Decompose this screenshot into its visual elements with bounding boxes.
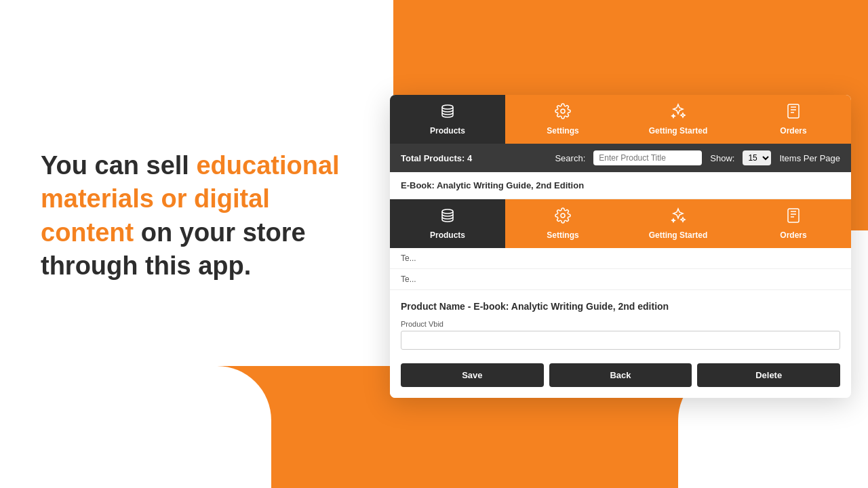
product-row[interactable]: E-Book: Analytic Writing Guide, 2nd Edit… — [390, 172, 851, 199]
svg-rect-5 — [788, 209, 799, 222]
app-window: Products Settings Getting Started — [390, 95, 851, 398]
per-page-label: Items Per Page — [779, 153, 840, 163]
edit-form: Product Name - E-book: Analytic Writing … — [390, 290, 851, 398]
edit-form-title: Product Name - E-book: Analytic Writing … — [401, 301, 840, 312]
nav2-products[interactable]: Products — [390, 199, 505, 248]
detail-text-2: Te... — [401, 274, 416, 284]
nav2-orders-label: Orders — [780, 230, 806, 240]
sparkles-icon — [670, 103, 686, 123]
nav2-getting-started[interactable]: Getting Started — [620, 199, 736, 248]
total-products: Total Products: 4 — [401, 153, 472, 163]
database-icon — [439, 103, 456, 123]
white-bottom-left-curve — [0, 366, 271, 488]
marketing-heading: You can sell educational materials or di… — [41, 149, 366, 283]
svg-point-4 — [561, 214, 565, 218]
gear-icon — [555, 103, 571, 123]
vbid-input[interactable] — [401, 331, 840, 350]
form-buttons: Save Back Delete — [401, 363, 840, 387]
svg-point-1 — [561, 109, 565, 113]
svg-rect-2 — [788, 104, 799, 118]
nav2-products-label: Products — [430, 230, 465, 240]
sparkles-icon-2 — [670, 207, 686, 228]
nav-orders-label: Orders — [780, 126, 806, 136]
save-button[interactable]: Save — [401, 363, 544, 387]
detail-row-1: Te... — [390, 248, 851, 269]
detail-text-1: Te... — [401, 253, 416, 263]
product-title: E-Book: Analytic Writing Guide, 2nd Edit… — [401, 180, 840, 190]
nav2-orders[interactable]: Orders — [736, 199, 851, 248]
top-nav-bar: Products Settings Getting Started — [390, 95, 851, 144]
nav-products[interactable]: Products — [390, 95, 505, 144]
nav-settings-label: Settings — [547, 126, 578, 136]
orders-icon — [785, 103, 802, 123]
gear-icon-2 — [555, 207, 571, 228]
per-page-select[interactable]: 15 5 10 20 25 — [743, 150, 771, 165]
highlight-2: materials or digital — [41, 184, 270, 213]
orders-icon-2 — [785, 207, 802, 228]
svg-point-0 — [442, 105, 453, 109]
nav-products-label: Products — [430, 126, 465, 136]
detail-row-2: Te... — [390, 269, 851, 290]
vbid-label: Product Vbid — [401, 320, 840, 328]
delete-button[interactable]: Delete — [697, 363, 840, 387]
search-label: Search: — [555, 153, 585, 163]
nav2-settings[interactable]: Settings — [505, 199, 620, 248]
svg-point-3 — [442, 209, 453, 214]
back-button[interactable]: Back — [549, 363, 692, 387]
second-nav-bar: Products Settings Getting Started — [390, 199, 851, 248]
nav-orders[interactable]: Orders — [736, 95, 851, 144]
nav-getting-started-label: Getting Started — [649, 126, 708, 136]
nav2-settings-label: Settings — [547, 230, 578, 240]
database-icon-2 — [439, 207, 456, 228]
search-input[interactable] — [593, 150, 702, 165]
products-toolbar: Total Products: 4 Search: Show: 15 5 10 … — [390, 144, 851, 172]
nav2-getting-started-label: Getting Started — [649, 230, 708, 240]
nav-settings[interactable]: Settings — [505, 95, 620, 144]
nav-getting-started[interactable]: Getting Started — [620, 95, 736, 144]
highlight-3: content — [41, 218, 134, 247]
left-text-block: You can sell educational materials or di… — [41, 149, 366, 283]
highlight-1: educational — [196, 151, 339, 180]
show-label: Show: — [710, 153, 734, 163]
